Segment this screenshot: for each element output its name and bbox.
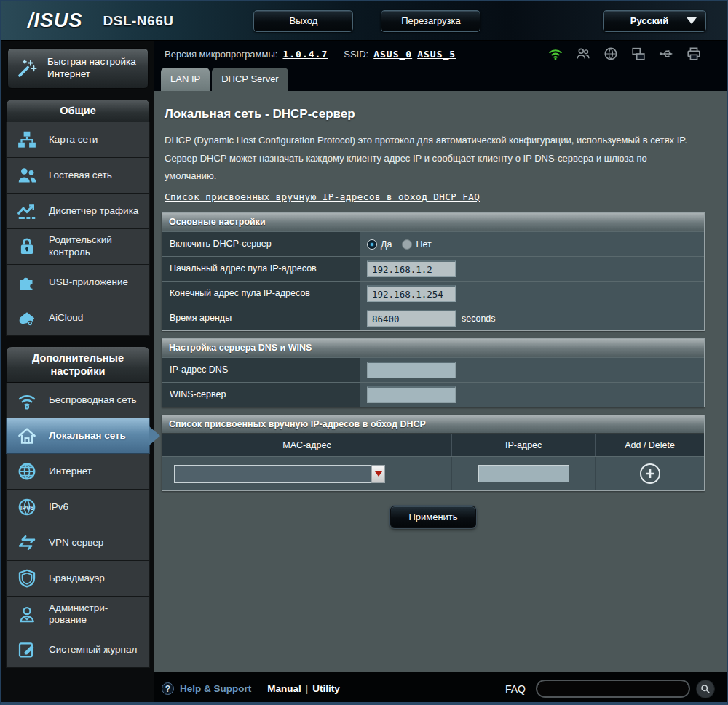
pool-start-input[interactable]	[367, 260, 456, 277]
table-row-wins: WINS-сервер	[162, 382, 704, 407]
shield-icon	[14, 567, 40, 589]
dhcp-enable-no-radio[interactable]: Нет	[402, 239, 431, 250]
sidebar-item-firewall[interactable]: Брандмауэр	[6, 561, 150, 597]
cloud-home-icon	[14, 307, 40, 329]
manual-assignment-table: Список присвоенных вручную IP-адресов в …	[162, 415, 705, 491]
sidebar-item-parental-control[interactable]: Родительский контроль	[6, 229, 150, 265]
sidebar-item-ipv6[interactable]: IPv6 IPv6	[6, 490, 150, 525]
utility-link[interactable]: Utility	[312, 683, 340, 694]
status-icons	[547, 46, 702, 62]
sidebar-item-lan[interactable]: Локальная сеть	[6, 418, 150, 454]
wifi-status-icon[interactable]	[547, 46, 563, 62]
model-name: DSL-N66U	[103, 13, 174, 29]
table-row-pool-start: Начальный адрес пула IP-адресов	[162, 256, 704, 281]
help-support-link[interactable]: Help & Support	[180, 683, 251, 694]
sidebar-item-wireless[interactable]: Беспроводная сеть	[6, 383, 150, 418]
globe-icon	[14, 461, 40, 482]
sidebar-item-administration[interactable]: Администри-рование	[6, 597, 150, 632]
chevron-down-icon	[687, 17, 697, 24]
mac-address-input[interactable]	[174, 465, 371, 483]
firmware-version-link[interactable]: 1.0.4.7	[282, 49, 328, 60]
search-button[interactable]	[696, 680, 715, 698]
printer-icon[interactable]	[686, 46, 702, 62]
manual-assignment-faq-link[interactable]: Список присвоенных вручную IP-адресов в …	[165, 191, 480, 202]
ssid-label: SSID:	[344, 49, 368, 60]
manual-table-input-row	[162, 456, 704, 490]
lease-unit-label: seconds	[462, 314, 496, 324]
logout-button[interactable]: Выход	[253, 10, 353, 32]
reboot-button[interactable]: Перезагрузка	[381, 10, 480, 32]
reboot-label: Перезагрузка	[401, 15, 460, 26]
manual-table-header-row: MAC-адрес IP-адрес Add / Delete	[162, 434, 704, 456]
section-title-advanced: Дополнительные настройки	[6, 346, 150, 383]
content-panel: Локальная сеть - DHCP-сервер DHCP (Dynam…	[154, 91, 727, 672]
sidebar: Быстрая настройка Интернет Общие Карта с…	[1, 41, 154, 705]
table-row-dns: IP-адрес DNS	[162, 357, 704, 382]
pool-end-input[interactable]	[367, 285, 456, 302]
sidebar-item-system-log[interactable]: Системный журнал	[6, 632, 150, 668]
lock-icon	[14, 236, 40, 258]
sidebar-item-traffic-manager[interactable]: Диспетчер трафика	[6, 194, 150, 229]
sidebar-item-usb-application[interactable]: USB-приложение	[6, 265, 150, 300]
sidebar-item-label: Системный журнал	[49, 644, 137, 656]
logout-label: Выход	[289, 15, 317, 26]
tab-lan-ip[interactable]: LAN IP	[161, 68, 210, 91]
table-row-pool-end: Конечный адрес пула IP-адресов	[162, 281, 704, 306]
clients-status-icon[interactable]	[575, 46, 591, 62]
language-value: Русский	[612, 15, 687, 26]
sidebar-item-quick-setup[interactable]: Быстрая настройка Интернет	[7, 48, 149, 89]
basic-config-table: Основные настройки Включить DHCP-сервер …	[162, 212, 705, 331]
magic-wand-icon	[14, 57, 40, 79]
sidebar-item-label: Беспроводная сеть	[49, 394, 137, 407]
manual-ip-input[interactable]	[478, 465, 569, 482]
vpn-arrows-icon	[14, 532, 40, 554]
puzzle-piece-icon	[14, 271, 40, 293]
dns-wins-table: Настройка сервера DNS и WINS IP-адрес DN…	[162, 338, 705, 407]
ssid-link-24g[interactable]: ASUS_0	[373, 49, 412, 60]
manual-link[interactable]: Manual	[267, 683, 301, 694]
sidebar-item-network-map[interactable]: Карта сети	[6, 122, 150, 158]
apply-button[interactable]: Применить	[390, 506, 476, 528]
faq-search-input[interactable]	[536, 680, 690, 698]
mac-address-combobox[interactable]	[174, 465, 385, 483]
network-map-icon	[14, 129, 40, 151]
add-entry-button[interactable]	[640, 463, 660, 484]
sidebar-item-label: Локальная сеть	[49, 430, 126, 442]
wifi-icon	[14, 389, 40, 411]
status-bar: Версия микропрограммы: 1.0.4.7 SSID: ASU…	[154, 41, 727, 67]
sidebar-item-label: Брандмауэр	[49, 573, 105, 585]
sidebar-item-vpn-server[interactable]: VPN сервер	[6, 525, 150, 561]
sidebar-item-label: VPN сервер	[49, 537, 103, 549]
row-label: WINS-сервер	[162, 383, 360, 407]
combobox-dropdown-button[interactable]	[371, 465, 385, 483]
sidebar-item-label: Администри-рование	[49, 602, 145, 627]
guest-network-icon	[14, 164, 40, 186]
internet-globe-icon[interactable]	[603, 46, 619, 62]
wins-server-input[interactable]	[367, 386, 456, 403]
apply-label: Применить	[408, 511, 457, 522]
radio-label-no: Нет	[416, 239, 431, 250]
row-label: Начальный адрес пула IP-адресов	[162, 257, 360, 281]
dns-ip-input[interactable]	[367, 362, 456, 378]
sidebar-item-wan[interactable]: Интернет	[6, 454, 150, 490]
language-dropdown[interactable]: Русский	[603, 10, 706, 32]
network-devices-icon[interactable]	[630, 46, 646, 62]
asus-logo: /ISUS	[28, 9, 83, 32]
basic-config-title: Основные настройки	[162, 213, 704, 231]
lease-time-input[interactable]	[367, 310, 456, 327]
sidebar-item-aicloud[interactable]: AiCloud	[6, 300, 150, 336]
sidebar-item-guest-network[interactable]: Гостевая сеть	[6, 158, 150, 194]
footer-divider: |	[306, 683, 309, 694]
usb-icon[interactable]	[658, 46, 674, 62]
dhcp-enable-yes-radio[interactable]: Да	[367, 239, 392, 250]
row-label: Время аренды	[162, 306, 360, 330]
row-label: Конечный адрес пула IP-адресов	[162, 282, 360, 306]
sidebar-section-advanced: Дополнительные настройки Беспроводная се…	[6, 346, 150, 668]
help-icon	[162, 682, 174, 695]
ssid-link-5g[interactable]: ASUS_5	[417, 49, 456, 60]
sidebar-item-label: Диспетчер трафика	[49, 205, 138, 218]
sidebar-item-label: Интернет	[49, 466, 92, 478]
tab-dhcp-server[interactable]: DHCP Server	[212, 68, 288, 91]
radio-label-yes: Да	[381, 239, 392, 250]
sidebar-item-label: Карта сети	[49, 134, 98, 146]
